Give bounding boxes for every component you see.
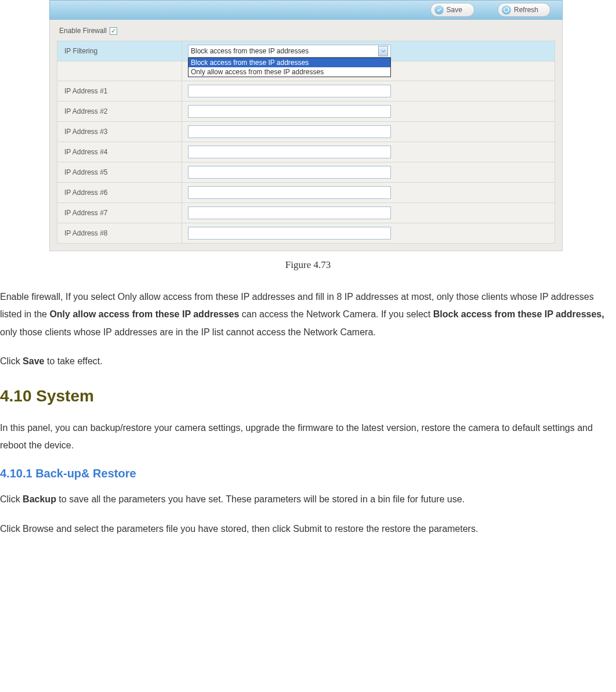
table-row: IP Address #2	[57, 102, 555, 122]
firewall-table: IP Filtering Block access from these IP …	[57, 41, 555, 244]
ip-address-label: IP Address #5	[57, 162, 182, 183]
chevron-down-icon	[378, 46, 388, 56]
table-row: IP Address #8	[57, 223, 555, 244]
enable-firewall-row: Enable Firewall ✓	[57, 24, 555, 41]
dropdown-option-allow[interactable]: Only allow access from these IP addresse…	[189, 67, 390, 77]
enable-firewall-checkbox[interactable]: ✓	[110, 27, 117, 35]
ip-address-label: IP Address #8	[57, 223, 182, 244]
ip-address-6-input[interactable]	[188, 186, 391, 199]
refresh-button[interactable]: Refresh	[498, 3, 550, 17]
table-row: IP Address #4	[57, 142, 555, 162]
ip-address-1-input[interactable]	[188, 85, 391, 97]
refresh-icon	[502, 5, 511, 15]
ip-address-4-input[interactable]	[188, 146, 391, 158]
ip-address-8-input[interactable]	[188, 227, 391, 240]
paragraph: Click Save to take effect.	[0, 353, 616, 370]
paragraph: In this panel, you can backup/restore yo…	[0, 419, 616, 455]
ip-address-label: IP Address #6	[57, 183, 182, 203]
table-row: IP Address #7	[57, 203, 555, 223]
ip-address-label: IP Address #4	[57, 142, 182, 162]
paragraph: Click Backup to save all the parameters …	[0, 491, 616, 508]
firewall-form: Enable Firewall ✓ IP Filtering Block acc…	[49, 20, 563, 251]
ip-address-7-input[interactable]	[188, 206, 391, 219]
save-button[interactable]: Save	[430, 3, 474, 17]
ip-address-3-input[interactable]	[188, 125, 391, 138]
paragraph: Enable firewall, If you select Only allo…	[0, 288, 616, 341]
panel-header: Save Refresh	[49, 0, 563, 20]
table-row: IP Address #5	[57, 162, 555, 183]
table-row: IP Address #3	[57, 122, 555, 142]
save-icon	[434, 5, 444, 15]
refresh-button-label: Refresh	[514, 6, 538, 14]
firewall-settings-panel: Save Refresh Enable Firewall ✓ IP Filter…	[49, 0, 563, 251]
ip-address-2-input[interactable]	[188, 105, 391, 118]
ip-filtering-label: IP Filtering	[57, 41, 182, 61]
table-row: IP Address #1	[57, 81, 555, 102]
ip-address-label: IP Address #7	[57, 203, 182, 223]
ip-address-label: IP Address #1	[57, 81, 182, 102]
table-row: IP Address #6	[57, 183, 555, 203]
dropdown-option-block[interactable]: Block access from these IP addresses	[189, 58, 390, 67]
document-body: Enable firewall, If you select Only allo…	[0, 288, 616, 538]
heading-backup-restore: 4.10.1 Back-up& Restore	[0, 467, 616, 480]
ip-filtering-row: IP Filtering Block access from these IP …	[57, 41, 555, 61]
ip-filtering-dropdown[interactable]: Block access from these IP addresses Blo…	[188, 45, 391, 57]
enable-firewall-label: Enable Firewall	[59, 27, 107, 35]
save-button-label: Save	[447, 6, 462, 14]
ip-address-label: IP Address #3	[57, 122, 182, 142]
dropdown-options-list: Block access from these IP addresses Onl…	[188, 57, 391, 77]
ip-address-label: IP Address #2	[57, 102, 182, 122]
ip-address-5-input[interactable]	[188, 166, 391, 179]
heading-system: 4.10 System	[0, 387, 616, 405]
figure-caption: Figure 4.73	[0, 259, 616, 271]
dropdown-selected-text: Block access from these IP addresses	[191, 47, 309, 55]
paragraph: Click Browse and select the parameters f…	[0, 520, 616, 538]
